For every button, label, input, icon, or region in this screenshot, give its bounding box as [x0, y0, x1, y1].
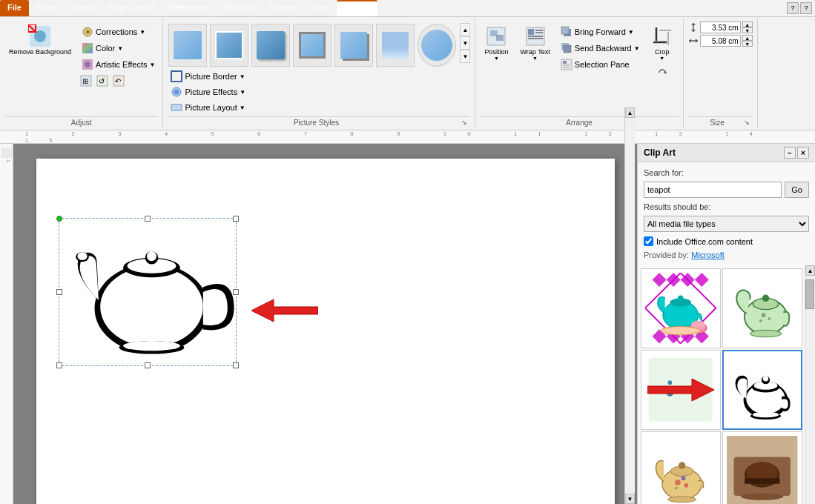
height-decrement-button[interactable]: ▼ — [742, 27, 753, 33]
teapot-image-container[interactable] — [59, 218, 237, 366]
height-increment-button[interactable]: ▲ — [742, 21, 753, 27]
resize-handle-top[interactable] — [145, 216, 151, 222]
picture-style-2[interactable] — [210, 24, 248, 67]
svg-point-74 — [661, 327, 700, 335]
picture-style-5[interactable] — [334, 24, 373, 67]
provided-by-label: Provided by: — [644, 251, 689, 259]
position-button[interactable]: Position ▼ — [480, 21, 512, 64]
adjust-group-content: Remove Background ☀ Corrections ▼ — [4, 20, 158, 116]
vertical-scrollbar: ▲ ▼ — [624, 144, 635, 504]
tab-format[interactable]: Format — [337, 0, 377, 16]
svg-point-8 — [85, 62, 90, 67]
clip-art-item-3[interactable] — [641, 350, 721, 430]
picture-style-7[interactable] — [418, 24, 456, 67]
clip-art-item-5[interactable] — [641, 431, 721, 504]
color-button[interactable]: Color ▼ — [79, 41, 158, 56]
selection-pane-label: Selection Pane — [575, 60, 630, 69]
bring-forward-icon — [561, 26, 573, 38]
picture-effects-button[interactable]: Picture Effects ▼ — [168, 84, 248, 99]
panel-minimize-button[interactable]: − — [784, 147, 796, 159]
svg-rect-23 — [528, 29, 534, 35]
reset-picture-button[interactable]: ↶ — [111, 73, 126, 88]
selection-pane-icon — [561, 59, 573, 70]
height-input[interactable] — [700, 21, 741, 33]
include-office-label: Include Office.com content — [656, 237, 753, 246]
picture-styles-scroll-more[interactable]: ▼ — [460, 50, 470, 63]
compress-pictures-button[interactable]: ⊞ — [79, 73, 93, 88]
tab-view[interactable]: View — [304, 0, 337, 16]
wrap-text-button[interactable]: Wrap Text ▼ — [515, 21, 554, 64]
tab-references[interactable]: References — [162, 0, 218, 16]
resize-handle-bottom[interactable] — [145, 362, 151, 368]
picture-styles-scroll-up[interactable]: ▲ — [460, 23, 470, 36]
bring-forward-button[interactable]: Bring Forward ▼ — [558, 24, 643, 39]
remove-background-button[interactable]: Remove Background — [4, 21, 76, 59]
change-picture-button[interactable]: ↺ — [95, 73, 110, 88]
svg-point-49 — [100, 267, 203, 347]
width-input[interactable] — [700, 35, 741, 47]
panel-close-button[interactable]: × — [797, 147, 809, 159]
svg-point-94 — [763, 376, 768, 381]
picture-border-button[interactable]: Picture Border ▼ — [168, 69, 248, 84]
rotate-handle[interactable] — [56, 216, 62, 222]
clip-art-item-4[interactable] — [722, 350, 802, 430]
tab-review[interactable]: Review — [263, 0, 304, 16]
tab-mailings[interactable]: Mailings — [218, 0, 263, 16]
search-input[interactable] — [644, 182, 782, 198]
picture-styles-dialog-launcher[interactable]: ↘ — [461, 119, 467, 126]
artistic-effects-button[interactable]: Artistic Effects ▼ — [79, 57, 158, 72]
selection-pane-button[interactable]: Selection Pane — [558, 57, 643, 72]
svg-rect-35 — [563, 67, 570, 68]
svg-text:↺: ↺ — [99, 77, 105, 85]
picture-border-icon — [171, 70, 182, 82]
rotate-button[interactable] — [655, 65, 670, 80]
svg-rect-47 — [1, 147, 12, 158]
crop-label: Crop — [655, 48, 670, 56]
svg-rect-21 — [496, 35, 504, 41]
crop-button[interactable]: Crop ▼ — [646, 21, 679, 64]
picture-layout-label: Picture Layout — [185, 103, 237, 112]
send-backward-button[interactable]: Send Backward ▼ — [558, 41, 643, 56]
corrections-button[interactable]: ☀ Corrections ▼ — [79, 24, 158, 39]
send-backward-dropdown: ▼ — [634, 45, 640, 52]
results-scroll-thumb[interactable] — [805, 279, 814, 309]
tab-home[interactable]: Home — [29, 0, 65, 16]
picture-styles-scroll-down[interactable]: ▼ — [460, 36, 470, 50]
tab-insert[interactable]: Insert — [65, 0, 101, 16]
clip-art-panel: Clip Art − × Search for: Go Results shou… — [637, 144, 815, 504]
resize-handle-left[interactable] — [56, 289, 62, 295]
picture-style-1[interactable] — [168, 24, 207, 67]
svg-rect-15 — [171, 71, 182, 82]
clip-art-item-2[interactable] — [722, 268, 802, 348]
svg-point-71 — [678, 296, 684, 302]
width-increment-button[interactable]: ▲ — [742, 35, 753, 41]
resize-handle-top-right[interactable] — [233, 216, 239, 222]
crop-dropdown: ▼ — [659, 56, 664, 61]
width-decrement-button[interactable]: ▼ — [742, 41, 753, 47]
resize-handle-right[interactable] — [233, 289, 239, 295]
help-button[interactable]: ? — [800, 2, 812, 14]
color-icon — [82, 42, 93, 54]
results-scroll-up[interactable]: ▲ — [805, 265, 815, 276]
resize-handle-bottom-left[interactable] — [56, 362, 62, 368]
width-icon — [688, 36, 699, 46]
media-type-select[interactable]: All media file types — [644, 216, 809, 232]
size-dialog-launcher[interactable]: ↘ — [744, 119, 750, 126]
scroll-down-button[interactable]: ▼ — [625, 494, 635, 504]
svg-point-100 — [679, 462, 686, 470]
tab-page-layout[interactable]: Page Layout — [101, 0, 162, 16]
picture-style-6[interactable] — [376, 24, 415, 67]
svg-point-96 — [753, 412, 779, 417]
picture-layout-button[interactable]: Picture Layout ▼ — [168, 100, 248, 115]
clip-art-item-1[interactable] — [641, 268, 721, 348]
include-office-checkbox[interactable] — [644, 236, 653, 246]
clip-art-item-6[interactable] — [722, 431, 802, 504]
minimize-button[interactable]: ? — [787, 2, 799, 14]
picture-style-4[interactable] — [293, 24, 331, 67]
provider-link[interactable]: Microsoft — [691, 251, 725, 259]
resize-handle-bottom-right[interactable] — [233, 362, 239, 368]
go-button[interactable]: Go — [785, 182, 809, 198]
svg-text:⊞: ⊞ — [82, 77, 88, 85]
picture-style-3[interactable] — [251, 24, 290, 67]
tab-file[interactable]: File — [0, 0, 29, 16]
